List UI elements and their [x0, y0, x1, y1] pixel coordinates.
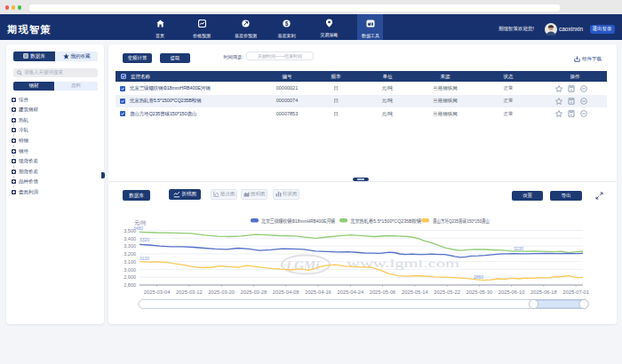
svg-text:2025-05-06: 2025-05-06 [370, 289, 396, 295]
svg-text:2025-03-04: 2025-03-04 [144, 289, 171, 295]
svg-text:2025-06-18: 2025-06-18 [530, 289, 557, 295]
svg-text:2025-03-20: 2025-03-20 [208, 289, 235, 295]
svg-text:2025-05-30: 2025-05-30 [466, 289, 493, 295]
svg-text:2025-04-24: 2025-04-24 [337, 289, 363, 295]
svg-text:3,400: 3,400 [124, 236, 136, 241]
svg-text:北京热轧卷5.5*1500*CQ235B鞍钢: 北京热轧卷5.5*1500*CQ235B鞍钢 [350, 218, 421, 225]
svg-text:3100: 3100 [140, 256, 149, 261]
svg-text:3,100: 3,100 [124, 259, 136, 265]
svg-text:3,300: 3,300 [124, 243, 136, 249]
svg-text:L: L [285, 258, 294, 273]
svg-text:2025-03-12: 2025-03-12 [176, 289, 203, 295]
svg-text:北京三级螺纹钢Φ18mmHRB400E河钢: 北京三级螺纹钢Φ18mmHRB400E河钢 [261, 218, 335, 225]
svg-text:2025-06-10: 2025-06-10 [498, 289, 525, 295]
svg-text:元/吨: 元/吨 [134, 219, 147, 226]
svg-text:2025-04-16: 2025-04-16 [305, 289, 331, 295]
svg-text:3480: 3480 [133, 226, 143, 231]
svg-text:唐山方坯Q235普碳150*150唐山: 唐山方坯Q235普碳150*150唐山 [433, 218, 490, 225]
svg-text:2025-07-01: 2025-07-01 [562, 289, 589, 295]
svg-text:2025-04-08: 2025-04-08 [273, 289, 299, 295]
svg-text:2,900: 2,900 [124, 274, 136, 280]
svg-text:3,000: 3,000 [124, 267, 136, 273]
svg-text:2025-05-14: 2025-05-14 [402, 289, 428, 295]
svg-text:2,800: 2,800 [124, 282, 136, 288]
svg-text:3,200: 3,200 [124, 251, 136, 257]
svg-text:2025-03-28: 2025-03-28 [241, 289, 267, 295]
svg-text:2860: 2860 [474, 274, 483, 280]
svg-text:3320: 3320 [140, 237, 149, 242]
svg-text:3230: 3230 [514, 246, 523, 251]
svg-text:2025-05-22: 2025-05-22 [434, 289, 460, 295]
